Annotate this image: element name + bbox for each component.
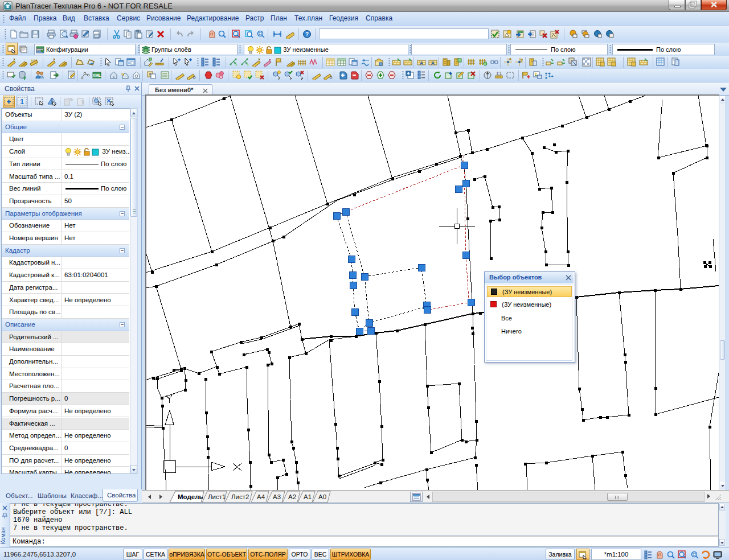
svg-text:A0: A0 — [318, 493, 326, 500]
svg-text:A: A — [420, 60, 424, 66]
svg-text:A3: A3 — [273, 493, 281, 500]
svg-text:Модель: Модель — [178, 493, 203, 500]
svg-text:A4: A4 — [257, 493, 265, 500]
svg-text:A2: A2 — [288, 493, 296, 500]
svg-text:Лист2: Лист2 — [231, 493, 249, 500]
svg-text:1:1: 1:1 — [496, 71, 502, 75]
svg-text:Лист1: Лист1 — [208, 493, 226, 500]
svg-text:XML: XML — [93, 73, 101, 77]
svg-text:1: 1 — [20, 98, 24, 106]
svg-text:?: ? — [305, 31, 309, 38]
svg-text:A1: A1 — [304, 493, 312, 500]
svg-text:A: A — [431, 60, 435, 66]
